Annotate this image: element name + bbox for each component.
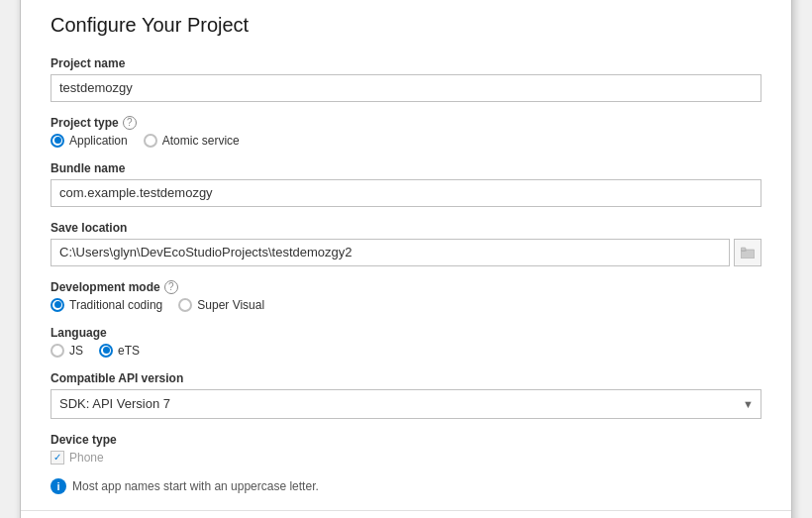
info-message: Most app names start with an uppercase l… [72, 479, 319, 493]
dev-mode-radios: Traditional coding Super Visual [51, 298, 761, 312]
bundle-name-label: Bundle name [51, 161, 761, 175]
save-location-input[interactable] [51, 239, 730, 266]
dev-mode-help-icon[interactable]: ? [164, 280, 178, 294]
save-location-row [51, 239, 761, 266]
radio-application-circle [51, 134, 64, 148]
bundle-name-input[interactable] [51, 179, 761, 207]
radio-traditional[interactable]: Traditional coding [51, 298, 162, 312]
save-location-group: Save location [51, 221, 761, 266]
dialog-wrapper: Create Project × Configure Your Project … [0, 0, 812, 518]
radio-atomic[interactable]: Atomic service [144, 134, 240, 148]
radio-supervisual-circle [178, 298, 192, 312]
radio-atomic-label: Atomic service [162, 134, 240, 148]
save-location-label: Save location [51, 221, 761, 235]
radio-atomic-circle [144, 134, 157, 148]
configure-title: Configure Your Project [51, 14, 761, 37]
dialog-body: Configure Your Project Project name Proj… [21, 0, 791, 510]
radio-application-label: Application [69, 134, 128, 148]
language-label: Language [51, 326, 761, 340]
radio-js-circle [51, 344, 64, 358]
device-type-label: Device type [51, 433, 761, 447]
svg-rect-3 [741, 248, 746, 251]
info-icon: i [51, 478, 66, 494]
radio-ets-circle [99, 344, 113, 358]
language-radios: JS eTS [51, 344, 761, 358]
api-version-select-row: SDK: API Version 7 SDK: API Version 8 SD… [51, 389, 761, 419]
device-phone-item[interactable]: ✓ Phone [51, 451, 761, 465]
project-type-label: Project type ? [51, 116, 761, 130]
radio-traditional-circle [51, 298, 64, 312]
radio-js[interactable]: JS [51, 344, 83, 358]
dev-mode-label: Development mode ? [51, 280, 761, 294]
project-type-help-icon[interactable]: ? [123, 116, 137, 130]
radio-traditional-label: Traditional coding [69, 298, 162, 312]
api-version-select[interactable]: SDK: API Version 7 SDK: API Version 8 SD… [51, 389, 761, 419]
bundle-name-group: Bundle name [51, 161, 761, 207]
api-version-group: Compatible API version SDK: API Version … [51, 371, 761, 419]
project-name-label: Project name [51, 56, 761, 70]
radio-js-label: JS [69, 344, 83, 358]
project-type-group: Project type ? Application Atomic servic… [51, 116, 761, 148]
device-phone-checkbox[interactable]: ✓ [51, 451, 64, 465]
language-group: Language JS eTS [51, 326, 761, 358]
info-row: i Most app names start with an uppercase… [51, 478, 761, 494]
project-name-input[interactable] [51, 74, 761, 102]
project-name-group: Project name [51, 56, 761, 102]
radio-ets[interactable]: eTS [99, 344, 140, 358]
create-project-dialog: Create Project × Configure Your Project … [20, 0, 792, 518]
radio-ets-label: eTS [118, 344, 140, 358]
project-type-radios: Application Atomic service [51, 134, 761, 148]
dialog-footer: Help Cancel Previous Finish [21, 510, 791, 519]
browse-folder-button[interactable] [734, 239, 761, 266]
dev-mode-group: Development mode ? Traditional coding Su… [51, 280, 761, 312]
radio-supervisual-label: Super Visual [197, 298, 264, 312]
api-version-label: Compatible API version [51, 371, 761, 385]
device-type-group: Device type ✓ Phone [51, 433, 761, 465]
folder-icon [741, 247, 755, 259]
device-phone-label: Phone [69, 451, 104, 465]
radio-application[interactable]: Application [51, 134, 128, 148]
radio-supervisual[interactable]: Super Visual [178, 298, 264, 312]
